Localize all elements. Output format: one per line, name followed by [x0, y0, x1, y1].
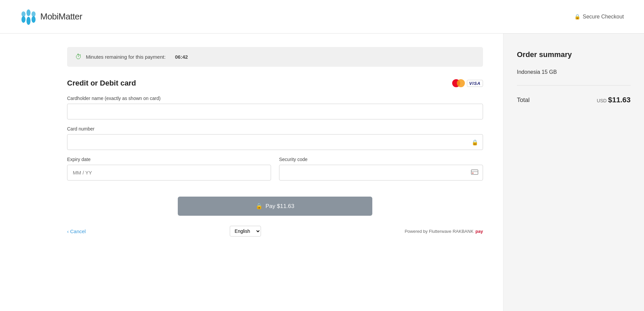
order-total-row: Total USD$11.63 [517, 96, 631, 104]
cancel-chevron: ‹ [67, 228, 69, 234]
credit-card-section: Credit or Debit card VISA Cardholder nam… [67, 79, 483, 187]
section-title: Credit or Debit card [67, 79, 136, 88]
pay-button[interactable]: 🔒 Pay $11.63 [178, 197, 372, 216]
card-number-wrapper: 🔒 [67, 134, 483, 150]
logo-icon [20, 7, 37, 27]
total-amount: USD$11.63 [597, 96, 631, 104]
svg-rect-7 [471, 171, 478, 172]
timer-value: 06:42 [175, 54, 188, 60]
section-header: Credit or Debit card VISA [67, 79, 483, 88]
pay-button-area: 🔒 Pay $11.63 [67, 197, 483, 216]
lock-icon: 🔒 [574, 14, 581, 20]
svg-rect-8 [472, 173, 474, 173]
expiry-group: Expiry date [67, 157, 271, 180]
total-label: Total [517, 97, 530, 104]
timer-bar: ⏱ Minutes remaining for this payment: 06… [67, 47, 483, 67]
timer-prefix: Minutes remaining for this payment: [86, 54, 166, 60]
language-dropdown[interactable]: English Arabic French Spanish [230, 226, 261, 237]
secure-checkout: 🔒 Secure Checkout [574, 14, 624, 20]
powered-by: Powered by Flutterwave RAKBANK pay [405, 229, 483, 234]
svg-point-0 [21, 16, 25, 23]
timer-icon: ⏱ [75, 53, 82, 61]
svg-point-5 [32, 11, 36, 17]
language-select-group: English Arabic French Spanish [230, 226, 261, 237]
cancel-link[interactable]: ‹ Cancel [67, 228, 86, 234]
card-number-input[interactable] [67, 134, 483, 150]
svg-point-2 [26, 17, 31, 25]
powered-by-text: Powered by Flutterwave RAKBANK [405, 229, 473, 234]
security-label: Security code [279, 157, 483, 162]
header: MobiMatter 🔒 Secure Checkout [0, 0, 644, 34]
card-icons: VISA [452, 79, 483, 87]
pay-lock-icon: 🔒 [256, 203, 263, 210]
expiry-input[interactable] [67, 165, 271, 180]
order-summary-title: Order summary [517, 50, 631, 59]
bottom-bar: ‹ Cancel English Arabic French Spanish P… [67, 226, 483, 237]
expiry-label: Expiry date [67, 157, 271, 162]
card-lock-icon: 🔒 [472, 139, 478, 145]
svg-point-4 [32, 16, 36, 23]
visa-icon: VISA [467, 80, 483, 87]
svg-point-1 [21, 11, 25, 17]
security-input[interactable] [279, 165, 483, 180]
logo-text: MobiMatter [40, 11, 82, 22]
expiry-security-row: Expiry date Security code [67, 157, 483, 187]
card-number-group: Card number 🔒 [67, 126, 483, 150]
order-item: Indonesia 15 GB [517, 69, 631, 86]
rakbank-logo: pay [476, 229, 483, 234]
cardholder-input[interactable] [67, 104, 483, 119]
mastercard-icon [452, 79, 465, 87]
cardholder-label: Cardholder name (exactly as shown on car… [67, 96, 483, 101]
right-panel: Order summary Indonesia 15 GB Total USD$… [503, 34, 644, 311]
total-value: $11.63 [608, 96, 631, 104]
svg-point-3 [26, 9, 31, 16]
security-group: Security code [279, 157, 483, 180]
cancel-label: Cancel [70, 228, 86, 234]
total-currency: USD [597, 98, 607, 103]
card-number-label: Card number [67, 126, 483, 132]
cardholder-group: Cardholder name (exactly as shown on car… [67, 96, 483, 119]
main-layout: ⏱ Minutes remaining for this payment: 06… [0, 34, 644, 311]
cvv-icon [471, 169, 478, 176]
secure-checkout-label: Secure Checkout [583, 14, 624, 20]
left-panel: ⏱ Minutes remaining for this payment: 06… [0, 34, 503, 311]
pay-button-label: Pay $11.63 [265, 203, 294, 210]
security-wrapper [279, 165, 483, 180]
logo: MobiMatter [20, 7, 82, 27]
